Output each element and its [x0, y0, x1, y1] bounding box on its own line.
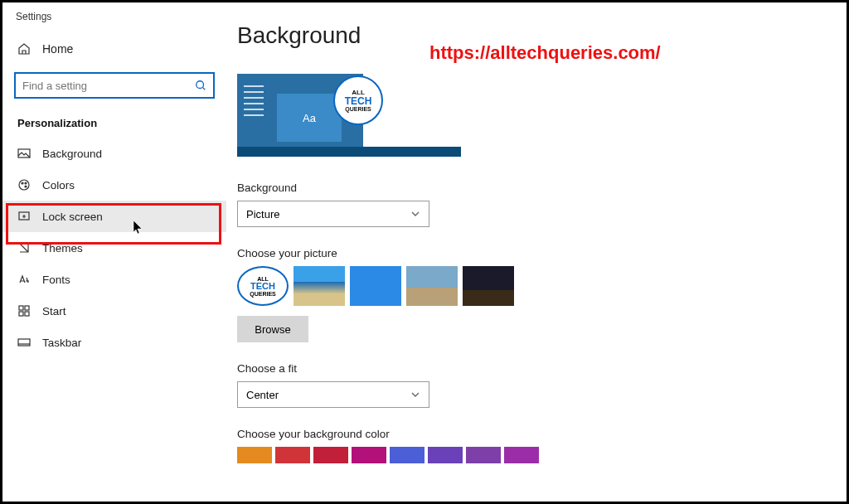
picture-thumb-3[interactable]: [350, 266, 401, 306]
color-swatch[interactable]: [275, 447, 310, 463]
dropdown-value: Center: [246, 389, 279, 401]
app-title: Settings: [2, 2, 226, 22]
search-input[interactable]: [22, 80, 195, 92]
watermark-url: https://alltechqueries.com/: [429, 42, 661, 64]
background-label: Background: [237, 182, 822, 194]
sidebar-item-label: Themes: [42, 242, 83, 254]
search-input-wrap[interactable]: [14, 72, 215, 99]
svg-point-0: [196, 81, 204, 89]
desktop-preview: Aa ALL TECH QUERIES: [237, 74, 461, 157]
color-swatch[interactable]: [504, 447, 539, 463]
background-dropdown[interactable]: Picture: [237, 201, 429, 227]
fit-dropdown[interactable]: Center: [237, 381, 429, 408]
color-swatch[interactable]: [466, 447, 501, 463]
picture-thumbnails: ALLTECHQUERIES: [237, 266, 822, 306]
picture-thumb-4[interactable]: [406, 266, 458, 306]
start-icon: [17, 304, 31, 317]
sidebar-item-themes[interactable]: Themes: [2, 232, 226, 264]
svg-point-5: [25, 186, 27, 187]
themes-icon: [17, 241, 31, 254]
home-label: Home: [42, 42, 73, 56]
svg-rect-11: [18, 339, 30, 346]
picture-thumb-2[interactable]: [294, 266, 345, 306]
sidebar-item-label: Background: [42, 148, 102, 160]
sidebar: Settings Home Personalization Background: [2, 2, 226, 502]
fit-label: Choose a fit: [237, 362, 822, 375]
picture-icon: [17, 147, 31, 160]
picture-thumb-5[interactable]: [463, 266, 514, 306]
dropdown-value: Picture: [246, 208, 279, 220]
home-button[interactable]: Home: [2, 22, 226, 67]
sidebar-item-colors[interactable]: Colors: [2, 169, 226, 201]
color-swatch[interactable]: [313, 447, 348, 463]
chevron-down-icon: [410, 209, 420, 219]
svg-rect-7: [19, 306, 23, 310]
color-swatch[interactable]: [352, 447, 386, 463]
color-swatches: [237, 447, 822, 463]
sidebar-item-label: Taskbar: [42, 337, 81, 349]
browse-button[interactable]: Browse: [237, 316, 308, 342]
preview-window: Aa: [277, 94, 342, 142]
taskbar-icon: [17, 336, 31, 349]
chevron-down-icon: [410, 390, 420, 400]
sidebar-item-start[interactable]: Start: [2, 295, 226, 327]
bg-color-label: Choose your background color: [237, 428, 822, 440]
lock-screen-icon: [17, 210, 31, 223]
svg-rect-8: [25, 306, 29, 310]
picture-thumb-1[interactable]: ALLTECHQUERIES: [237, 266, 289, 306]
sidebar-item-label: Fonts: [42, 274, 70, 286]
color-swatch[interactable]: [428, 447, 463, 463]
search-icon: [195, 80, 206, 91]
palette-icon: [17, 178, 31, 191]
home-icon: [17, 42, 31, 56]
choose-picture-label: Choose your picture: [237, 247, 822, 259]
sidebar-item-lock-screen[interactable]: Lock screen: [2, 201, 226, 232]
svg-point-3: [22, 182, 23, 184]
sidebar-item-label: Colors: [42, 179, 75, 191]
svg-rect-10: [25, 312, 29, 316]
sidebar-item-label: Lock screen: [42, 211, 103, 223]
sidebar-item-fonts[interactable]: Fonts: [2, 264, 226, 295]
fonts-icon: [17, 273, 31, 286]
color-swatch[interactable]: [237, 447, 272, 463]
svg-rect-9: [19, 312, 23, 316]
svg-point-4: [25, 182, 27, 184]
color-swatch[interactable]: [390, 447, 424, 463]
preview-wallpaper-logo: ALL TECH QUERIES: [333, 75, 383, 125]
sidebar-item-background[interactable]: Background: [2, 138, 226, 169]
sidebar-item-taskbar[interactable]: Taskbar: [2, 327, 226, 358]
content-area: Background Aa ALL TECH QUERIES Backgroun…: [237, 2, 847, 502]
sidebar-item-label: Start: [42, 305, 66, 317]
section-label: Personalization: [2, 99, 226, 138]
svg-point-2: [19, 180, 29, 190]
